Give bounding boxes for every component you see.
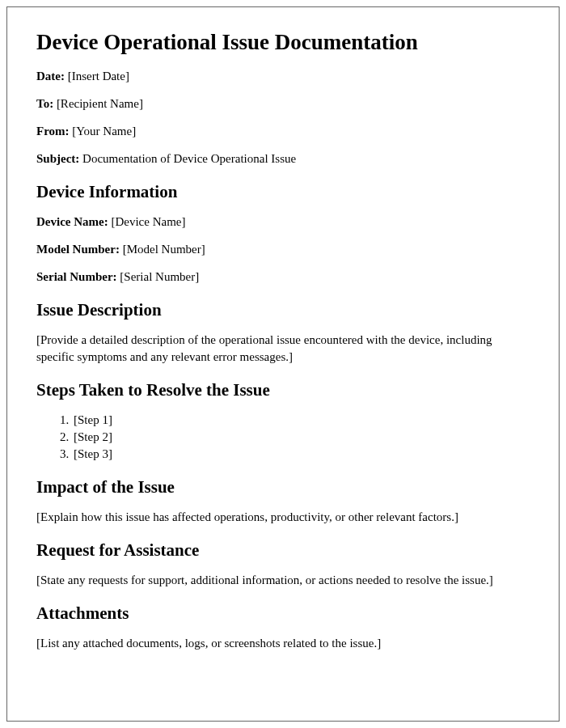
- to-label: To:: [36, 97, 53, 110]
- device-name-value: [Device Name]: [111, 215, 185, 228]
- from-value: [Your Name]: [72, 125, 136, 138]
- document-page: Device Operational Issue Documentation D…: [6, 6, 560, 722]
- model-number-label: Model Number:: [36, 243, 120, 256]
- document-title: Device Operational Issue Documentation: [36, 30, 530, 55]
- model-number-field: Model Number: [Model Number]: [36, 241, 530, 258]
- date-value: [Insert Date]: [68, 70, 129, 83]
- model-number-value: [Model Number]: [123, 243, 205, 256]
- attachments-heading: Attachments: [36, 603, 530, 624]
- issue-description-body: [Provide a detailed description of the o…: [36, 332, 530, 366]
- steps-list: [Step 1] [Step 2] [Step 3]: [72, 412, 530, 463]
- impact-body: [Explain how this issue has affected ope…: [36, 509, 530, 526]
- step-item: [Step 1]: [72, 412, 530, 429]
- date-field: Date: [Insert Date]: [36, 68, 530, 85]
- request-heading: Request for Assistance: [36, 540, 530, 561]
- device-name-label: Device Name:: [36, 215, 108, 228]
- device-info-heading: Device Information: [36, 182, 530, 202]
- attachments-body: [List any attached documents, logs, or s…: [36, 635, 530, 652]
- step-item: [Step 3]: [72, 446, 530, 463]
- steps-heading: Steps Taken to Resolve the Issue: [36, 380, 530, 400]
- device-name-field: Device Name: [Device Name]: [36, 214, 530, 231]
- step-item: [Step 2]: [72, 429, 530, 446]
- subject-field: Subject: Documentation of Device Operati…: [36, 150, 530, 167]
- serial-number-value: [Serial Number]: [120, 270, 199, 283]
- impact-heading: Impact of the Issue: [36, 477, 530, 497]
- request-body: [State any requests for support, additio…: [36, 572, 530, 589]
- to-field: To: [Recipient Name]: [36, 95, 530, 112]
- serial-number-label: Serial Number:: [36, 270, 117, 283]
- subject-value: Documentation of Device Operational Issu…: [82, 152, 296, 165]
- issue-description-heading: Issue Description: [36, 300, 530, 320]
- serial-number-field: Serial Number: [Serial Number]: [36, 269, 530, 286]
- date-label: Date:: [36, 70, 65, 83]
- from-field: From: [Your Name]: [36, 123, 530, 140]
- from-label: From:: [36, 125, 70, 138]
- subject-label: Subject:: [36, 152, 79, 165]
- to-value: [Recipient Name]: [57, 97, 143, 110]
